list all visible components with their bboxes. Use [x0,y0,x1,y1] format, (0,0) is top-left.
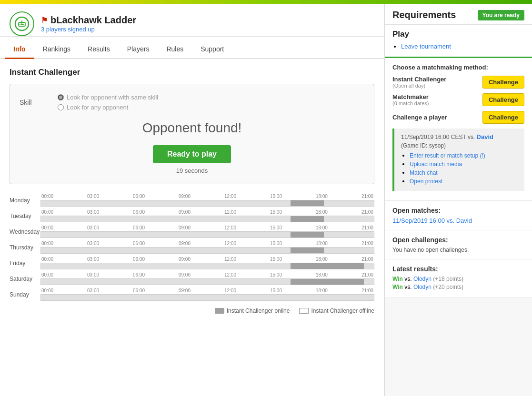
match-card: 11/Sep/2019 16:00 CEST vs. David (Game I… [392,129,524,191]
open-matches-section: Open matches: 11/Sep/2019 16:00 vs. Davi… [385,201,532,230]
header-area: ⚑ bLackhawk Ladder 3 players signed up [0,4,384,37]
section-title: Instant Challenger [10,68,374,77]
day-label: Saturday [10,276,40,282]
mm-row-matchmaker: Matchmaker (0 match dates) Challenge [392,93,524,106]
radio-same-skill[interactable]: Look for opponent with same skill [58,94,158,101]
svg-point-2 [20,24,20,25]
time-grid-friday: 00:0003:0006:0009:0012:0015:0018:0021:00 [40,257,374,269]
open-protest-link[interactable]: Open protest [410,178,442,185]
matchmaking-section: Choose a matchmaking method: Instant Cha… [385,58,532,201]
match-chat-link[interactable]: Match chat [410,169,438,176]
legend-offline: Instant Challenger offline [299,307,374,314]
mm-name-instant: Instant Challenger [392,76,482,83]
mm-sub-instant: (Open all day) [392,83,482,89]
ready-badge: You are ready [478,10,524,20]
time-grid-thursday: 00:0003:0006:0009:0012:0015:0018:0021:00 [40,241,374,254]
no-challenges-text: You have no open challenges. [392,247,524,253]
day-label: Wednesday [10,228,40,235]
right-panel: Requirements You are ready Play Leave to… [384,4,532,396]
ladder-name: bLackhawk Ladder [50,15,136,26]
challenge-btn-instant[interactable]: Challenge [482,76,524,89]
time-grid-sunday: 00:0003:0006:0009:0012:0015:0018:0021:00 [40,288,374,301]
challenge-btn-matchmaker[interactable]: Challenge [482,93,524,106]
day-label: Thursday [10,244,40,251]
logo-icon [10,11,34,36]
result-points-2: (+20 points) [433,284,463,290]
skill-row: Skill Look for opponent with same skill … [20,94,364,111]
open-matches-title: Open matches: [392,207,524,214]
day-label: Tuesday [10,213,40,219]
play-title: Play [392,30,524,39]
leave-tournament-link[interactable]: Leave tournament [401,43,451,50]
skill-label: Skill [20,99,43,106]
tab-rankings[interactable]: Rankings [34,40,79,59]
time-grid-wednesday: 00:0003:0006:0009:0012:0015:0018:0021:00 [40,225,374,238]
result-win-1: Win [392,276,403,282]
mm-sub-matchmaker: (0 match dates) [392,100,482,106]
time-grid-monday: 00:0003:0006:0009:0012:0015:0018:0021:00 [40,194,374,207]
day-label: Monday [10,197,40,204]
list-item: Upload match media [410,160,518,168]
svg-point-3 [23,24,24,25]
mm-name-challenge-player: Challenge a player [392,114,482,121]
tab-support[interactable]: Support [192,40,232,59]
open-match-date: 11/Sep/2019 16:00 vs. [392,217,456,224]
result-opponent-2[interactable]: Olodyn [413,284,432,290]
schedule-row-saturday: Saturday 00:0003:0006:0009:0012:0015:001… [10,272,374,285]
open-match-opponent-link[interactable]: David [456,217,472,224]
ladder-title: ⚑ bLackhawk Ladder [41,15,374,26]
schedule-row-wednesday: Wednesday 00:0003:0006:0009:0012:0015:00… [10,225,374,238]
day-label: Friday [10,260,40,267]
list-item: Open protest [410,178,518,185]
schedule-grid: Monday 00:0003:0006:0009:0012:0015:0018:… [10,194,374,301]
result-line-1: Win vs. Olodyn (+18 points) [392,276,524,282]
svg-rect-5 [21,24,23,25]
radio-any-opponent[interactable]: Look for any opponent [58,104,158,111]
play-section: Play Leave tournament [385,25,532,58]
legend-area: Instant Challenger online Instant Challe… [10,307,374,314]
nav-tabs: Info Rankings Results Players Rules Supp… [0,40,384,59]
result-opponent-1[interactable]: Olodyn [413,276,432,282]
result-win-2: Win [392,284,403,290]
schedule-row-thursday: Thursday 00:0003:0006:0009:0012:0015:001… [10,241,374,254]
mm-title: Choose a matchmaking method: [392,64,524,71]
result-points-1: (+18 points) [433,276,463,282]
day-label: Sunday [10,291,40,298]
legend-box-offline [299,308,309,314]
list-item: Match chat [410,169,518,176]
ready-to-play-button[interactable]: Ready to play [153,145,231,163]
match-gameid: (Game ID: sysop) [401,142,518,149]
tab-results[interactable]: Results [79,40,119,59]
list-item: Enter result or match setup (!) [410,152,518,159]
upload-media-link[interactable]: Upload match media [410,161,462,168]
tab-info[interactable]: Info [5,40,34,59]
radio-options: Look for opponent with same skill Look f… [58,94,158,111]
latest-results-section: Latest results: Win vs. Olodyn (+18 poin… [385,259,532,298]
latest-results-title: Latest results: [392,265,524,273]
left-panel: ⚑ bLackhawk Ladder 3 players signed up I… [0,4,384,396]
match-date: 11/Sep/2019 16:00 CEST vs. David [401,133,518,140]
open-challenges-title: Open challenges: [392,236,524,244]
challenger-box: Skill Look for opponent with same skill … [10,84,374,184]
flag-icon: ⚑ [41,16,48,25]
header-text: ⚑ bLackhawk Ladder 3 players signed up [41,15,374,33]
tab-players[interactable]: Players [119,40,158,59]
tab-rules[interactable]: Rules [158,40,192,59]
mm-row-challenge-player: Challenge a player Challenge [392,111,524,124]
match-links: Enter result or match setup (!) Upload m… [401,152,518,185]
top-bar [0,0,532,4]
time-grid-saturday: 00:0003:0006:0009:0012:0015:0018:0021:00 [40,272,374,285]
mm-name-matchmaker: Matchmaker [392,93,482,100]
match-opponent-link[interactable]: David [477,133,493,140]
seconds-text: 19 seconds [20,167,364,174]
result-line-2: Win vs. Olodyn (+20 points) [392,284,524,290]
schedule-row-friday: Friday 00:0003:0006:0009:0012:0015:0018:… [10,257,374,269]
legend-online: Instant Challenger online [215,307,290,314]
enter-result-link[interactable]: Enter result or match setup (!) [410,152,485,159]
schedule-row-monday: Monday 00:0003:0006:0009:0012:0015:0018:… [10,194,374,207]
challenge-btn-challenge-player[interactable]: Challenge [482,111,524,124]
legend-box-online [215,308,224,314]
schedule-row-sunday: Sunday 00:0003:0006:0009:0012:0015:0018:… [10,288,374,301]
requirements-header: Requirements You are ready [385,4,532,25]
time-grid-tuesday: 00:0003:0006:0009:0012:0015:0018:0021:00 [40,209,374,222]
